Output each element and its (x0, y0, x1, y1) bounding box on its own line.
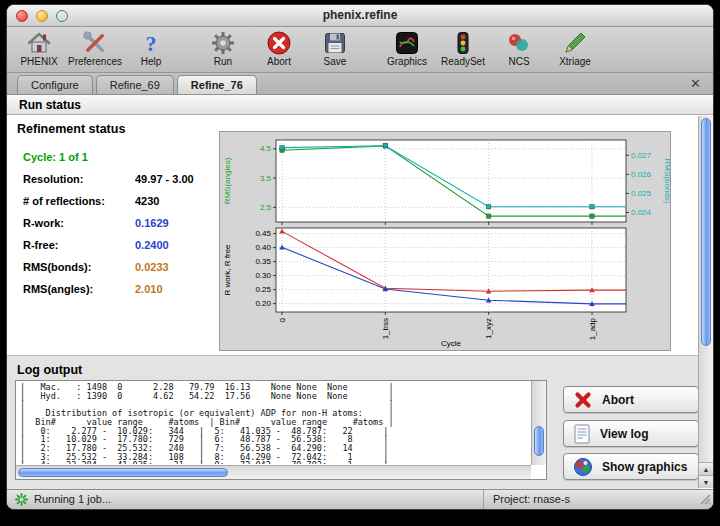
svg-text:0.45: 0.45 (255, 229, 271, 238)
zoom-window-button[interactable] (56, 10, 68, 22)
toolbar-button-help[interactable]: ? Help (123, 29, 179, 67)
show-graphics-button-label: Show graphics (602, 460, 687, 474)
svg-text:1_bss: 1_bss (381, 318, 390, 339)
tools-icon (82, 29, 108, 56)
svg-text:2.5: 2.5 (260, 203, 272, 212)
tab-bar: Configure Refine_69 Refine_76 ✕ (7, 73, 713, 95)
stat-label: RMS(angles): (23, 283, 135, 295)
main-vscroll-thumb[interactable] (701, 118, 711, 346)
refinement-status-section: Refinement status Cycle: 1 of 1 Resoluti… (7, 115, 698, 355)
view-log-button-label: View log (600, 427, 648, 441)
svg-text:0.20: 0.20 (255, 299, 271, 308)
log-output-box[interactable]: | Mac. : 1498 0 2.28 79.79 16.13 None No… (15, 380, 547, 480)
toolbar-label: Save (324, 56, 347, 67)
traffic-light-icon (450, 29, 476, 56)
log-vscroll-thumb[interactable] (534, 426, 544, 456)
toolbar-button-graphics[interactable]: Graphics (379, 29, 435, 67)
log-vertical-scrollbar[interactable] (531, 381, 546, 465)
stat-resolution: Resolution:49.97 - 3.00 (23, 173, 219, 195)
stat-label: R-work: (23, 217, 135, 229)
run-gear-icon (210, 29, 236, 56)
scroll-down-arrow[interactable]: ▼ (699, 475, 713, 488)
main-vertical-scrollbar[interactable]: ▲ ▼ (698, 116, 713, 488)
running-status-text: Running 1 job... (34, 493, 111, 505)
refinement-status-title: Refinement status (17, 122, 125, 136)
toolbar-button-save[interactable]: Save (307, 29, 363, 67)
content-area: Refinement status Cycle: 1 of 1 Resoluti… (7, 115, 713, 489)
project-name-text: Project: rnase-s (493, 493, 570, 505)
status-divider (483, 490, 484, 509)
toolbar-label: Abort (267, 56, 291, 67)
stat-value: 49.97 - 3.00 (135, 173, 194, 185)
title-bar[interactable]: phenix.refine (7, 5, 713, 27)
toolbar-button-abort[interactable]: Abort (251, 29, 307, 67)
svg-text:R work, R free: R work, R free (223, 244, 232, 296)
tab-label: Refine_69 (110, 79, 160, 91)
save-floppy-icon (322, 29, 348, 56)
tab-configure[interactable]: Configure (17, 75, 93, 94)
toolbar-label: Help (141, 56, 162, 67)
log-horizontal-scrollbar[interactable] (16, 465, 531, 479)
svg-text:RMS(angles): RMS(angles) (223, 157, 232, 204)
stat-r-free: R-free:0.2400 (23, 239, 219, 261)
stat-value: 0.1629 (135, 217, 169, 229)
phenix-home-icon (26, 29, 52, 56)
close-window-button[interactable] (16, 10, 28, 22)
toolbar-label: NCS (508, 56, 529, 67)
toolbar-label: Xtriage (559, 56, 591, 67)
toolbar-button-ncs[interactable]: NCS (491, 29, 547, 67)
graphics-sphere-icon (573, 457, 593, 477)
stat-rms-angles: RMS(angles):2.010 (23, 283, 219, 305)
window-controls (16, 10, 68, 22)
scroll-up-arrow[interactable]: ▲ (699, 462, 713, 475)
abort-circle-icon (266, 29, 292, 56)
svg-text:1_xyz: 1_xyz (484, 318, 493, 339)
toolbar-button-run[interactable]: Run (195, 29, 251, 67)
svg-text:0.35: 0.35 (255, 257, 271, 266)
svg-text:0.026: 0.026 (631, 170, 652, 179)
tab-label: Configure (31, 79, 79, 91)
view-log-button[interactable]: View log (563, 420, 699, 447)
toolbar-label: Run (214, 56, 232, 67)
svg-text:Cycle: Cycle (441, 339, 462, 348)
svg-text:0.30: 0.30 (255, 271, 271, 280)
toolbar-label: Preferences (68, 56, 122, 67)
resize-grip[interactable] (697, 491, 711, 507)
toolbar-button-readyset[interactable]: ReadySet (435, 29, 491, 67)
svg-text:0.25: 0.25 (255, 285, 271, 294)
refinement-stats: Cycle: 1 of 1 Resolution:49.97 - 3.00 # … (23, 151, 219, 305)
show-graphics-button[interactable]: Show graphics (563, 453, 699, 480)
stat-label: # of reflections: (23, 195, 135, 207)
svg-text:1_adp: 1_adp (588, 317, 597, 340)
graphics-icon (394, 29, 420, 56)
stat-reflections: # of reflections:4230 (23, 195, 219, 217)
svg-text:?: ? (146, 31, 157, 56)
app-window: phenix.refine PHENIX Preferences ? Help … (6, 4, 714, 510)
stat-label: Cycle: 1 of 1 (23, 151, 135, 163)
document-icon (573, 424, 591, 444)
tab-refine-69[interactable]: Refine_69 (96, 75, 174, 94)
minimize-window-button[interactable] (36, 10, 48, 22)
stat-value: 0.2400 (135, 239, 169, 251)
stat-label: Resolution: (23, 173, 135, 185)
log-output-title: Log output (17, 363, 82, 377)
log-text: | Mac. : 1498 0 2.28 79.79 16.13 None No… (20, 383, 530, 464)
abort-button[interactable]: Abort (563, 386, 699, 413)
stat-value: 0.0233 (135, 261, 169, 273)
toolbar-button-xtriage[interactable]: Xtriage (547, 29, 603, 67)
window-title: phenix.refine (7, 5, 713, 26)
stat-label: RMS(bonds): (23, 261, 135, 273)
ncs-molecules-icon (506, 29, 532, 56)
tab-refine-76[interactable]: Refine_76 (177, 75, 257, 94)
toolbar-label: PHENIX (20, 56, 57, 67)
stat-label: R-free: (23, 239, 135, 251)
svg-text:0.40: 0.40 (255, 243, 271, 252)
xtriage-pencil-icon (562, 29, 588, 56)
close-tab-icon[interactable]: ✕ (690, 78, 701, 90)
log-hscroll-thumb[interactable] (18, 468, 228, 477)
stat-value: 4230 (135, 195, 159, 207)
toolbar-button-preferences[interactable]: Preferences (67, 29, 123, 67)
svg-text:RMS(bonds): RMS(bonds) (663, 159, 670, 204)
toolbar-button-phenix[interactable]: PHENIX (11, 29, 67, 67)
svg-text:3.5: 3.5 (260, 174, 272, 183)
